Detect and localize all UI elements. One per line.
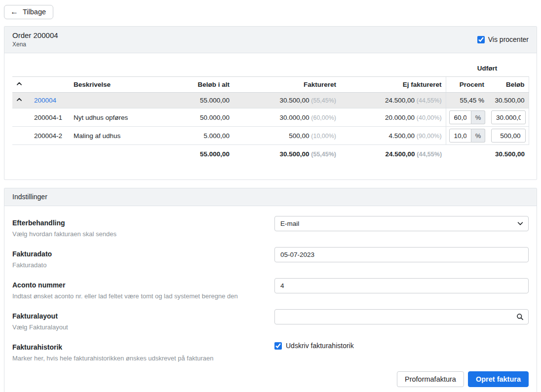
orders-table: Udført Beskrivelse Beløb i alt Fakturere… [12, 60, 529, 165]
faktureret-amount: 500,00 [289, 132, 309, 140]
belob-input[interactable] [491, 129, 526, 143]
order-panel: Order 200004 Xena Vis procenter Udført [4, 26, 537, 180]
belob-input-cell [488, 127, 529, 145]
order-summary-row: 200004 55.000,00 30.500,00 (55,45%) 24.5… [12, 93, 529, 108]
table-row: 200004-2 Maling af udhus 5.000,00 500,00… [12, 127, 529, 145]
field-control [274, 247, 529, 262]
faktureret-amount: 30.500,00 [279, 150, 309, 158]
back-button-label: Tilbage [23, 8, 46, 16]
chevron-up-icon [16, 81, 22, 88]
column-header-belob-i-alt: Beløb i alt [139, 77, 233, 93]
fakturahistorik-checkbox[interactable] [274, 342, 282, 350]
order-heading: Order 200004 Xena [12, 31, 58, 48]
total-belob-cell: 30.500,00 [488, 145, 529, 165]
order-title: Order 200004 [12, 31, 58, 39]
line-belob-i-alt-cell: 50.000,00 [139, 108, 233, 127]
field-label: Fakturadato [12, 250, 267, 258]
ej-faktureret-percent: (44,55%) [417, 97, 442, 104]
field-control [274, 278, 529, 293]
vis-procenter-toggle[interactable]: Vis procenter [477, 36, 529, 43]
settings-panel: Indstillinger Efterbehandling Vælg hvord… [4, 188, 537, 392]
ej-faktureret-amount: 4.500,00 [389, 132, 415, 140]
ej-faktureret-amount: 24.500,00 [385, 97, 415, 104]
line-id-cell: 200004-1 [30, 108, 70, 127]
actions-row: Proformafaktura Opret faktura [12, 371, 529, 387]
belob-input-cell [488, 108, 529, 127]
ej-faktureret-amount: 20.000,00 [385, 114, 415, 121]
back-button[interactable]: ← Tilbage [4, 5, 53, 19]
field-text: Fakturadato Fakturadato [12, 247, 267, 269]
summary-faktureret-cell: 30.500,00 (55,45%) [233, 93, 340, 108]
settings-form: Efterbehandling Vælg hvordan fakturaen s… [4, 206, 537, 392]
totals-row: 55.000,00 30.500,00 (55,45%) 24.500,00 (… [12, 145, 529, 165]
procent-input-cell: % [446, 127, 488, 145]
udfort-group-row: Udført [12, 60, 529, 77]
order-subtitle: Xena [12, 41, 58, 48]
percent-addon: % [471, 110, 485, 124]
procent-input-cell: % [446, 108, 488, 127]
line-faktureret-cell: 500,00 (10,00%) [233, 127, 340, 145]
order-link[interactable]: 200004 [34, 97, 56, 104]
row-collapse-cell[interactable] [12, 93, 30, 108]
field-label: Aconto nummer [12, 281, 267, 289]
fakturadato-input[interactable] [274, 247, 529, 262]
summary-procent-cell: 55,45 % [446, 93, 488, 108]
field-fakturalayout: Fakturalayout Vælg Fakturalayout [12, 309, 529, 331]
field-label: Fakturalayout [12, 312, 267, 320]
faktureret-percent: (55,45%) [311, 151, 336, 158]
percent-addon: % [471, 129, 485, 143]
aconto-nummer-input[interactable] [274, 278, 529, 293]
field-fakturadato: Fakturadato Fakturadato [12, 247, 529, 269]
total-faktureret-cell: 30.500,00 (55,45%) [233, 145, 340, 165]
fakturahistorik-toggle[interactable]: Udskriv fakturahistorik [274, 342, 529, 350]
order-panel-header: Order 200004 Xena Vis procenter [4, 27, 537, 53]
vis-procenter-checkbox[interactable] [477, 36, 485, 43]
field-text: Fakturahistorik Marker her, hvis hele fa… [12, 340, 267, 362]
line-ej-faktureret-cell: 4.500,00 (90,00%) [340, 127, 446, 145]
column-header-faktureret: Faktureret [233, 77, 340, 93]
opret-faktura-button[interactable]: Opret faktura [468, 371, 529, 387]
summary-beskrivelse-cell [70, 93, 139, 108]
field-control: E-mail [274, 216, 529, 231]
field-label: Fakturahistorik [12, 343, 267, 351]
settings-panel-header: Indstillinger [4, 188, 537, 206]
faktureret-percent: (60,00%) [311, 114, 336, 121]
field-help: Indtast ønsket aconto nr. eller lad felt… [12, 292, 267, 300]
field-help: Vælg hvordan fakturaen skal sendes [12, 230, 267, 238]
fakturahistorik-checkbox-label: Udskriv fakturahistorik [286, 342, 354, 350]
faktureret-amount: 30.500,00 [279, 97, 309, 104]
column-header-ej-faktureret: Ej faktureret [340, 77, 446, 93]
ej-faktureret-percent: (40,00%) [417, 114, 442, 121]
total-belob-i-alt-cell: 55.000,00 [139, 145, 233, 165]
faktureret-amount: 30.000,00 [279, 114, 309, 121]
collapse-all-header[interactable] [12, 77, 30, 93]
field-fakturahistorik: Fakturahistorik Marker her, hvis hele fa… [12, 340, 529, 362]
ej-faktureret-amount: 24.500,00 [386, 150, 415, 158]
field-efterbehandling: Efterbehandling Vælg hvordan fakturaen s… [12, 216, 529, 238]
ej-faktureret-percent: (90,00%) [417, 133, 442, 140]
column-header-id [30, 77, 70, 93]
belob-input[interactable] [491, 110, 526, 124]
field-label: Efterbehandling [12, 219, 267, 227]
field-control: Udskriv fakturahistorik [274, 340, 529, 350]
line-ej-faktureret-cell: 20.000,00 (40,00%) [340, 108, 446, 127]
ej-faktureret-percent: (44,55%) [417, 151, 442, 158]
procent-input[interactable] [449, 110, 472, 124]
field-text: Efterbehandling Vælg hvordan fakturaen s… [12, 216, 267, 238]
summary-belob-cell: 30.500,00 [488, 93, 529, 108]
field-control [274, 309, 529, 324]
field-text: Aconto nummer Indtast ønsket aconto nr. … [12, 278, 267, 300]
line-beskrivelse-cell: Nyt udhus opføres [70, 108, 139, 127]
column-header-beskrivelse: Beskrivelse [70, 77, 139, 93]
line-beskrivelse-cell: Maling af udhus [70, 127, 139, 145]
faktureret-percent: (10,00%) [311, 133, 336, 140]
chevron-up-icon [16, 97, 22, 104]
field-aconto-nummer: Aconto nummer Indtast ønsket aconto nr. … [12, 278, 529, 300]
proformafaktura-button[interactable]: Proformafaktura [397, 371, 464, 387]
efterbehandling-select[interactable]: E-mail [274, 216, 529, 231]
summary-belob-i-alt-cell: 55.000,00 [139, 93, 233, 108]
table-header-row: Beskrivelse Beløb i alt Faktureret Ej fa… [12, 77, 529, 93]
faktureret-percent: (55,45%) [311, 97, 336, 104]
fakturalayout-input[interactable] [274, 309, 529, 324]
procent-input[interactable] [449, 129, 472, 143]
